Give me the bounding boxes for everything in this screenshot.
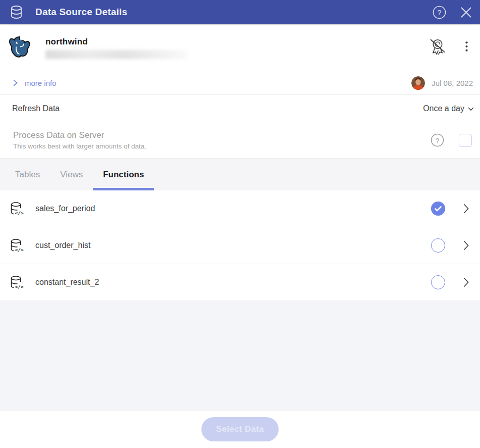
select-data-button[interactable]: Select Data [201, 417, 279, 441]
certification-disabled-icon[interactable] [428, 37, 447, 58]
chevron-right-icon [13, 79, 18, 86]
function-name: constant_result_2 [35, 278, 431, 287]
tab-functions[interactable]: Functions [93, 159, 154, 190]
dialog-title: Data Source Details [35, 7, 433, 18]
dialog-footer: Select Data [0, 410, 480, 448]
process-data-subtitle: This works best with larger amounts of d… [13, 142, 431, 150]
chevron-right-icon[interactable] [459, 240, 473, 251]
source-description-redacted [45, 50, 188, 59]
refresh-data-row: Refresh Data Once a day [0, 94, 480, 122]
svg-text:</>: </> [15, 210, 24, 216]
source-main: northwind [45, 36, 428, 59]
function-select-toggle[interactable] [431, 202, 445, 216]
function-row-cust-order-hist[interactable]: </> cust_order_hist [0, 227, 480, 264]
database-function-icon: </> [9, 275, 24, 290]
source-actions [428, 37, 471, 58]
dialog-header: Data Source Details ? [0, 0, 480, 24]
function-row-constant-result-2[interactable]: </> constant_result_2 [0, 264, 480, 301]
refresh-data-label: Refresh Data [12, 104, 423, 113]
tab-tables[interactable]: Tables [5, 159, 50, 190]
process-data-title: Process Data on Server [13, 130, 431, 140]
svg-text:</>: </> [15, 247, 24, 253]
function-row-sales-for-period[interactable]: </> sales_for_period [0, 190, 480, 227]
postgresql-logo [7, 34, 32, 61]
kebab-menu-icon[interactable] [462, 39, 471, 56]
empty-area [0, 301, 480, 410]
function-select-toggle[interactable] [431, 275, 445, 289]
source-info-row: northwind [0, 24, 480, 71]
chevron-down-icon [468, 107, 474, 111]
database-function-icon: </> [9, 201, 24, 216]
source-name: northwind [45, 37, 428, 47]
more-info-label: more info [25, 79, 57, 87]
process-data-text: Process Data on Server This works best w… [13, 130, 431, 150]
chevron-right-icon[interactable] [459, 204, 473, 214]
function-select-toggle[interactable] [431, 238, 445, 253]
function-name: cust_order_hist [35, 241, 431, 250]
more-info-row: more info Jul 08, 2022 [0, 71, 480, 94]
refresh-interval-value: Once a day [423, 104, 464, 113]
tab-views[interactable]: Views [50, 159, 93, 190]
more-info-link[interactable]: more info [13, 79, 411, 87]
refresh-interval-dropdown[interactable]: Once a day [423, 104, 474, 113]
last-modified-date: Jul 08, 2022 [432, 79, 473, 87]
database-function-icon: </> [9, 238, 24, 253]
database-icon [10, 5, 23, 19]
data-source-details-dialog: Data Source Details ? north [0, 0, 480, 448]
svg-text:?: ? [438, 9, 442, 17]
user-avatar [411, 76, 425, 90]
chevron-right-icon[interactable] [459, 277, 473, 287]
process-data-row: Process Data on Server This works best w… [0, 122, 480, 158]
process-data-checkbox[interactable] [459, 134, 472, 147]
function-name: sales_for_period [35, 204, 431, 213]
svg-text:</>: </> [15, 284, 24, 289]
help-icon[interactable]: ? [431, 133, 444, 147]
tabs-bar: Tables Views Functions [0, 158, 480, 190]
close-icon[interactable] [460, 7, 472, 18]
svg-text:?: ? [436, 137, 440, 144]
help-icon[interactable]: ? [433, 6, 446, 19]
